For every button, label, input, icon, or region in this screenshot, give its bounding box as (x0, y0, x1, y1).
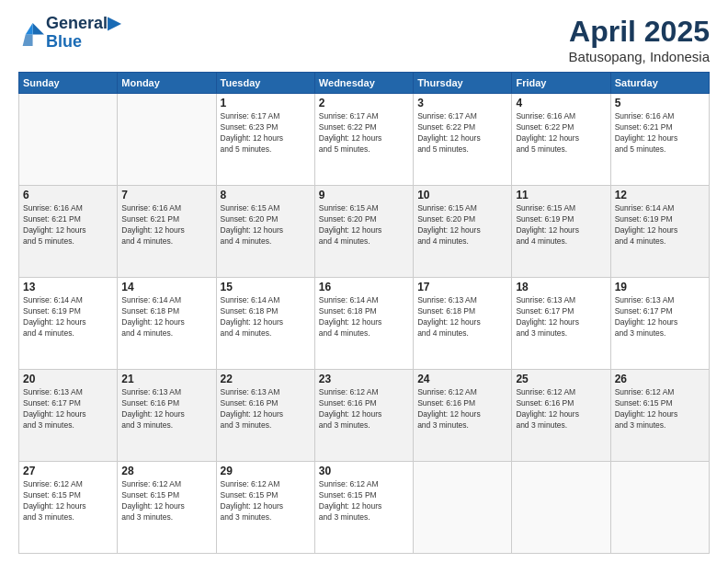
day-number: 23 (319, 373, 409, 385)
calendar-cell (118, 94, 216, 186)
day-number: 1 (221, 97, 311, 109)
day-info: Sunrise: 6:12 AM Sunset: 6:15 PM Dayligh… (23, 479, 113, 523)
day-number: 13 (23, 281, 113, 293)
day-info: Sunrise: 6:15 AM Sunset: 6:20 PM Dayligh… (221, 203, 311, 247)
calendar-title: April 2025 (569, 15, 710, 49)
day-info: Sunrise: 6:16 AM Sunset: 6:21 PM Dayligh… (615, 111, 705, 155)
day-info: Sunrise: 6:12 AM Sunset: 6:16 PM Dayligh… (417, 387, 507, 431)
calendar-cell: 21Sunrise: 6:13 AM Sunset: 6:16 PM Dayli… (118, 370, 216, 462)
calendar-cell: 13Sunrise: 6:14 AM Sunset: 6:19 PM Dayli… (19, 278, 118, 370)
day-info: Sunrise: 6:14 AM Sunset: 6:18 PM Dayligh… (319, 295, 409, 339)
day-info: Sunrise: 6:17 AM Sunset: 6:22 PM Dayligh… (417, 111, 507, 155)
day-number: 8 (221, 189, 311, 201)
logo-line1: General▶ (46, 15, 120, 33)
calendar-cell: 17Sunrise: 6:13 AM Sunset: 6:18 PM Dayli… (414, 278, 512, 370)
calendar-cell: 10Sunrise: 6:15 AM Sunset: 6:20 PM Dayli… (414, 186, 512, 278)
calendar-cell: 27Sunrise: 6:12 AM Sunset: 6:15 PM Dayli… (19, 462, 118, 554)
calendar-cell: 23Sunrise: 6:12 AM Sunset: 6:16 PM Dayli… (314, 370, 413, 462)
day-number: 4 (516, 97, 606, 109)
day-info: Sunrise: 6:12 AM Sunset: 6:16 PM Dayligh… (516, 387, 606, 431)
calendar-week-row: 13Sunrise: 6:14 AM Sunset: 6:19 PM Dayli… (19, 278, 710, 370)
logo: General▶ Blue (18, 15, 120, 52)
day-info: Sunrise: 6:13 AM Sunset: 6:17 PM Dayligh… (23, 387, 113, 431)
col-saturday: Saturday (610, 73, 709, 94)
calendar-cell: 20Sunrise: 6:13 AM Sunset: 6:17 PM Dayli… (19, 370, 118, 462)
calendar-cell: 12Sunrise: 6:14 AM Sunset: 6:19 PM Dayli… (610, 186, 709, 278)
day-number: 14 (121, 281, 211, 293)
calendar-cell: 5Sunrise: 6:16 AM Sunset: 6:21 PM Daylig… (610, 94, 709, 186)
calendar-cell: 19Sunrise: 6:13 AM Sunset: 6:17 PM Dayli… (610, 278, 709, 370)
weekday-header-row: Sunday Monday Tuesday Wednesday Thursday… (19, 73, 710, 94)
day-info: Sunrise: 6:14 AM Sunset: 6:19 PM Dayligh… (615, 203, 705, 247)
day-number: 6 (23, 189, 113, 201)
day-number: 21 (121, 373, 211, 385)
day-info: Sunrise: 6:12 AM Sunset: 6:15 PM Dayligh… (615, 387, 705, 431)
day-number: 26 (615, 373, 705, 385)
calendar-cell: 7Sunrise: 6:16 AM Sunset: 6:21 PM Daylig… (118, 186, 216, 278)
calendar-cell: 9Sunrise: 6:15 AM Sunset: 6:20 PM Daylig… (314, 186, 413, 278)
day-number: 3 (417, 97, 507, 109)
calendar-cell: 8Sunrise: 6:15 AM Sunset: 6:20 PM Daylig… (216, 186, 314, 278)
day-number: 25 (516, 373, 606, 385)
calendar-cell: 16Sunrise: 6:14 AM Sunset: 6:18 PM Dayli… (314, 278, 413, 370)
day-info: Sunrise: 6:15 AM Sunset: 6:19 PM Dayligh… (516, 203, 606, 247)
day-info: Sunrise: 6:12 AM Sunset: 6:15 PM Dayligh… (121, 479, 211, 523)
calendar-cell: 2Sunrise: 6:17 AM Sunset: 6:22 PM Daylig… (314, 94, 413, 186)
calendar-cell (19, 94, 118, 186)
calendar-cell: 11Sunrise: 6:15 AM Sunset: 6:19 PM Dayli… (512, 186, 610, 278)
day-number: 10 (417, 189, 507, 201)
col-monday: Monday (118, 73, 216, 94)
day-number: 17 (417, 281, 507, 293)
calendar-cell: 3Sunrise: 6:17 AM Sunset: 6:22 PM Daylig… (414, 94, 512, 186)
calendar-cell: 14Sunrise: 6:14 AM Sunset: 6:18 PM Dayli… (118, 278, 216, 370)
day-info: Sunrise: 6:14 AM Sunset: 6:18 PM Dayligh… (121, 295, 211, 339)
col-sunday: Sunday (19, 73, 118, 94)
calendar-week-row: 27Sunrise: 6:12 AM Sunset: 6:15 PM Dayli… (19, 462, 710, 554)
day-info: Sunrise: 6:15 AM Sunset: 6:20 PM Dayligh… (417, 203, 507, 247)
day-info: Sunrise: 6:16 AM Sunset: 6:21 PM Dayligh… (121, 203, 211, 247)
day-number: 2 (319, 97, 409, 109)
calendar-cell: 25Sunrise: 6:12 AM Sunset: 6:16 PM Dayli… (512, 370, 610, 462)
calendar-cell: 30Sunrise: 6:12 AM Sunset: 6:15 PM Dayli… (314, 462, 413, 554)
calendar-cell: 26Sunrise: 6:12 AM Sunset: 6:15 PM Dayli… (610, 370, 709, 462)
calendar-subtitle: Batusopang, Indonesia (569, 49, 710, 64)
day-info: Sunrise: 6:13 AM Sunset: 6:16 PM Dayligh… (221, 387, 311, 431)
calendar-cell (610, 462, 709, 554)
day-number: 22 (221, 373, 311, 385)
calendar-cell: 28Sunrise: 6:12 AM Sunset: 6:15 PM Dayli… (118, 462, 216, 554)
calendar-cell (414, 462, 512, 554)
col-thursday: Thursday (414, 73, 512, 94)
day-number: 9 (319, 189, 409, 201)
day-info: Sunrise: 6:17 AM Sunset: 6:23 PM Dayligh… (221, 111, 311, 155)
day-number: 24 (417, 373, 507, 385)
header: General▶ Blue April 2025 Batusopang, Ind… (18, 15, 710, 64)
day-info: Sunrise: 6:12 AM Sunset: 6:15 PM Dayligh… (221, 479, 311, 523)
day-number: 27 (23, 465, 113, 477)
day-info: Sunrise: 6:14 AM Sunset: 6:18 PM Dayligh… (221, 295, 311, 339)
calendar-cell: 4Sunrise: 6:16 AM Sunset: 6:22 PM Daylig… (512, 94, 610, 186)
logo-line2: Blue (46, 33, 120, 52)
col-wednesday: Wednesday (314, 73, 413, 94)
day-info: Sunrise: 6:17 AM Sunset: 6:22 PM Dayligh… (319, 111, 409, 155)
day-info: Sunrise: 6:13 AM Sunset: 6:18 PM Dayligh… (417, 295, 507, 339)
day-info: Sunrise: 6:16 AM Sunset: 6:22 PM Dayligh… (516, 111, 606, 155)
day-info: Sunrise: 6:12 AM Sunset: 6:15 PM Dayligh… (319, 479, 409, 523)
calendar-cell: 24Sunrise: 6:12 AM Sunset: 6:16 PM Dayli… (414, 370, 512, 462)
day-number: 5 (615, 97, 705, 109)
day-info: Sunrise: 6:13 AM Sunset: 6:17 PM Dayligh… (615, 295, 705, 339)
calendar-cell: 29Sunrise: 6:12 AM Sunset: 6:15 PM Dayli… (216, 462, 314, 554)
day-info: Sunrise: 6:12 AM Sunset: 6:16 PM Dayligh… (319, 387, 409, 431)
logo-text-block: General▶ Blue (46, 15, 120, 52)
calendar-cell: 1Sunrise: 6:17 AM Sunset: 6:23 PM Daylig… (216, 94, 314, 186)
day-info: Sunrise: 6:14 AM Sunset: 6:19 PM Dayligh… (23, 295, 113, 339)
day-info: Sunrise: 6:13 AM Sunset: 6:17 PM Dayligh… (516, 295, 606, 339)
day-number: 15 (221, 281, 311, 293)
day-number: 12 (615, 189, 705, 201)
calendar-week-row: 1Sunrise: 6:17 AM Sunset: 6:23 PM Daylig… (19, 94, 710, 186)
calendar-cell: 22Sunrise: 6:13 AM Sunset: 6:16 PM Dayli… (216, 370, 314, 462)
calendar-table: Sunday Monday Tuesday Wednesday Thursday… (18, 72, 710, 554)
day-number: 7 (121, 189, 211, 201)
day-number: 18 (516, 281, 606, 293)
day-number: 28 (121, 465, 211, 477)
calendar-cell: 15Sunrise: 6:14 AM Sunset: 6:18 PM Dayli… (216, 278, 314, 370)
